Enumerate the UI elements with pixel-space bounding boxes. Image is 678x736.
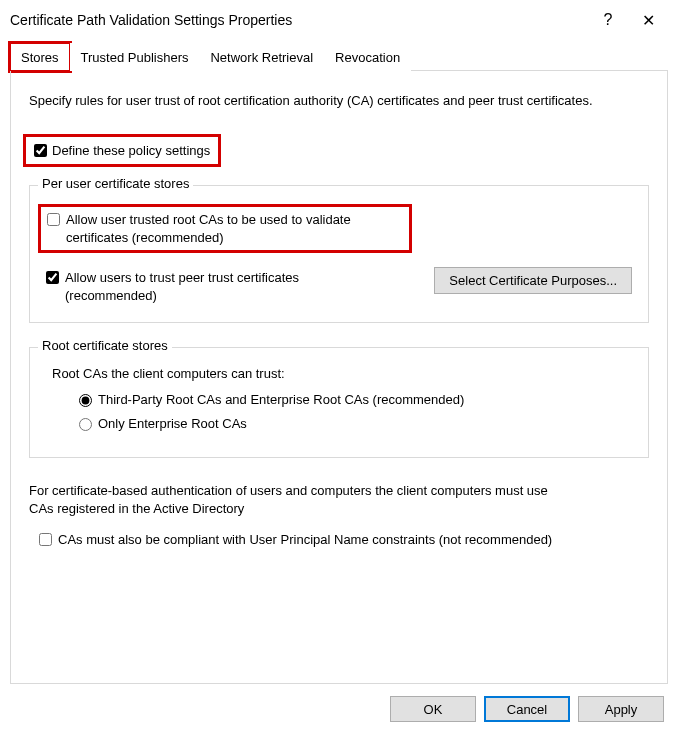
define-policy-row[interactable]: Define these policy settings [23,134,221,167]
allow-peer-row-container: Allow users to trust peer trust certific… [46,269,632,304]
allow-peer-label: Allow users to trust peer trust certific… [65,269,325,304]
group-root-stores: Root certificate stores Root CAs the cli… [29,347,649,458]
window-title: Certificate Path Validation Settings Pro… [10,12,588,28]
radio-thirdparty-row[interactable]: Third-Party Root CAs and Enterprise Root… [74,391,632,407]
upn-row[interactable]: CAs must also be compliant with User Pri… [39,531,649,549]
highlight-allow-root: Allow user trusted root CAs to be used t… [38,204,412,253]
auth-description: For certificate-based authentication of … [29,482,549,517]
upn-checkbox[interactable] [39,533,52,546]
radio-thirdparty-label: Third-Party Root CAs and Enterprise Root… [98,392,464,407]
radio-enterprise-label: Only Enterprise Root CAs [98,416,247,431]
upn-label: CAs must also be compliant with User Pri… [58,531,552,549]
radio-enterprise[interactable] [79,418,92,431]
dialog-footer: OK Cancel Apply [0,684,678,736]
group-root-legend: Root certificate stores [38,338,172,353]
ok-button[interactable]: OK [390,696,476,722]
radio-thirdparty[interactable] [79,394,92,407]
tab-strip: Stores Trusted Publishers Network Retrie… [10,42,668,71]
allow-root-row[interactable]: Allow user trusted root CAs to be used t… [47,211,403,246]
select-certificate-purposes-button[interactable]: Select Certificate Purposes... [434,267,632,294]
root-subhead: Root CAs the client computers can trust: [52,366,632,381]
group-per-user-legend: Per user certificate stores [38,176,193,191]
define-policy-label: Define these policy settings [52,143,210,158]
tab-content-stores: Specify rules for user trust of root cer… [10,71,668,684]
help-button[interactable]: ? [588,6,628,34]
tab-trusted-publishers[interactable]: Trusted Publishers [70,43,200,71]
allow-peer-row[interactable]: Allow users to trust peer trust certific… [46,269,422,304]
title-bar: Certificate Path Validation Settings Pro… [0,0,678,36]
apply-button[interactable]: Apply [578,696,664,722]
cancel-button[interactable]: Cancel [484,696,570,722]
description-text: Specify rules for user trust of root cer… [29,93,649,108]
close-button[interactable]: ✕ [628,6,668,34]
allow-root-label: Allow user trusted root CAs to be used t… [66,211,403,246]
tab-network-retrieval[interactable]: Network Retrieval [199,43,324,71]
radio-enterprise-row[interactable]: Only Enterprise Root CAs [74,415,632,431]
group-per-user-stores: Per user certificate stores Allow user t… [29,185,649,323]
tab-stores[interactable]: Stores [10,43,70,71]
allow-root-checkbox[interactable] [47,213,60,226]
allow-peer-checkbox[interactable] [46,271,59,284]
define-policy-checkbox[interactable] [34,144,47,157]
dialog-body: Stores Trusted Publishers Network Retrie… [0,36,678,684]
tab-revocation[interactable]: Revocation [324,43,411,71]
